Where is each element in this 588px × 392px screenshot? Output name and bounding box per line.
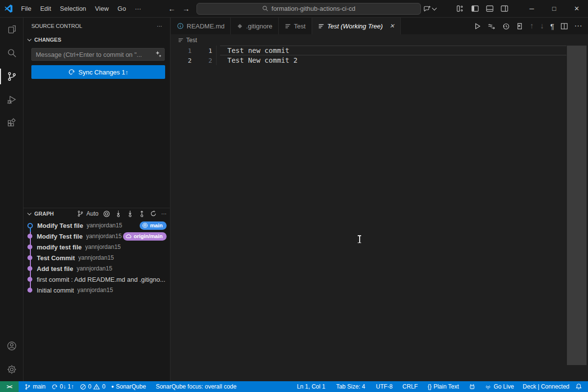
push-icon[interactable] xyxy=(138,210,146,218)
tab-readme[interactable]: README.md xyxy=(171,18,231,34)
changes-section-header[interactable]: CHANGES xyxy=(24,34,170,45)
current-line-highlight xyxy=(220,46,566,55)
diamond-icon xyxy=(237,23,243,29)
close-button[interactable]: ✕ xyxy=(565,0,588,18)
code-line[interactable]: 1 1 Test new commit xyxy=(171,46,588,55)
sync-changes-button[interactable]: Sync Changes 1↑ xyxy=(31,65,165,79)
breadcrumb[interactable]: Test xyxy=(171,35,588,46)
ibeam-mouse-cursor xyxy=(357,235,362,243)
graph-auto-label[interactable]: Auto xyxy=(86,210,98,217)
tab-test-working-tree[interactable]: Test (Working Tree) ✕ xyxy=(312,18,401,34)
changes-label: CHANGES xyxy=(34,37,61,43)
editor-scrollbar[interactable] xyxy=(567,46,587,365)
tab-test[interactable]: Test xyxy=(279,18,312,34)
go-live-item[interactable]: Go Live xyxy=(482,381,516,392)
minimize-button[interactable]: ─ xyxy=(520,0,543,18)
run-and-debug-icon[interactable] xyxy=(0,88,24,112)
code-area[interactable]: 1 1 Test new commit 2 2 Test New commit … xyxy=(171,46,588,65)
menu-file[interactable]: File xyxy=(17,2,36,15)
toggle-whitespace-icon[interactable]: ¶ xyxy=(550,22,554,30)
eol-item[interactable]: CRLF xyxy=(399,381,420,392)
cursor-position-item[interactable]: Ln 1, Col 1 xyxy=(294,381,328,392)
copilot-icon[interactable] xyxy=(422,2,437,15)
graph-more-actions-icon[interactable]: ··· xyxy=(161,211,167,217)
toggle-secondary-sidebar-icon[interactable] xyxy=(497,2,512,15)
extensions-icon[interactable] xyxy=(0,112,24,135)
title-bar: File Edit Selection View Go ··· ← → form… xyxy=(0,0,588,18)
commit-message: first commit : Add README.md and .gitign… xyxy=(37,276,165,283)
toggle-primary-sidebar-icon[interactable] xyxy=(467,2,482,15)
menu-edit[interactable]: Edit xyxy=(36,2,55,15)
accounts-icon[interactable] xyxy=(0,334,24,358)
error-count: 0 xyxy=(88,383,92,390)
run-file-icon[interactable] xyxy=(474,23,481,30)
split-editor-icon[interactable] xyxy=(561,23,568,30)
tab-label: .gitignore xyxy=(246,23,272,30)
commit-message: Modify Test file xyxy=(37,233,83,240)
refresh-icon[interactable] xyxy=(150,210,157,217)
pull-icon[interactable] xyxy=(126,210,134,218)
sync-changes-label: Sync Changes 1↑ xyxy=(78,69,128,76)
branch-badge-origin-main[interactable]: origin/main xyxy=(123,232,167,241)
settings-gear-icon[interactable] xyxy=(0,358,24,381)
generate-commit-message-sparkle-icon[interactable] xyxy=(155,50,162,58)
sonarqube-focus-item[interactable]: SonarQube focus: overall code xyxy=(153,381,240,392)
command-center-search[interactable]: formation-github-actions-ci-cd xyxy=(196,3,421,15)
deck-connected-item[interactable]: Deck | Connected xyxy=(520,381,572,392)
remote-indicator[interactable]: >< xyxy=(0,381,19,392)
commit-row[interactable]: Modify Test file yannjordan15 origin/mai… xyxy=(24,231,171,242)
branch-status-item[interactable]: main xyxy=(22,381,49,392)
fetch-icon[interactable] xyxy=(115,210,122,218)
graph-section-header[interactable]: GRAPH Auto xyxy=(24,208,171,219)
commit-row[interactable]: Test Commit yannjordan15 xyxy=(24,252,171,263)
commit-row[interactable]: first commit : Add README.md and .gitign… xyxy=(24,274,171,285)
commit-row[interactable]: modify test file yannjordan15 xyxy=(24,242,171,252)
commit-row[interactable]: Add test file yannjordan15 xyxy=(24,263,171,274)
maximize-button[interactable]: □ xyxy=(543,0,565,18)
editor-more-actions-icon[interactable]: ··· xyxy=(574,22,582,30)
commit-row[interactable]: Initial commit yannjordan15 xyxy=(24,285,171,295)
file-lines-icon xyxy=(178,37,184,43)
tab-gitignore[interactable]: .gitignore xyxy=(231,18,278,34)
tab-size-item[interactable]: Tab Size: 4 xyxy=(333,381,368,392)
sync-status-item[interactable]: 0↓ 1↑ xyxy=(49,381,77,392)
close-tab-icon[interactable]: ✕ xyxy=(390,23,394,29)
open-changes-icon[interactable] xyxy=(488,23,496,30)
sync-counts: 0↓ 1↑ xyxy=(60,383,74,390)
toggle-panel-icon[interactable] xyxy=(482,2,497,15)
menu-go[interactable]: Go xyxy=(113,2,130,15)
line-number-new: 1 xyxy=(192,47,212,54)
explorer-icon[interactable] xyxy=(0,18,24,41)
breadcrumb-item[interactable]: Test xyxy=(186,37,197,44)
target-icon[interactable] xyxy=(103,210,110,218)
bug-status-icon[interactable] xyxy=(466,381,479,392)
menu-more[interactable]: ··· xyxy=(130,2,146,15)
open-file-icon[interactable] xyxy=(516,23,523,30)
status-bar: >< main 0↓ 1↑ 0 xyxy=(0,381,588,392)
nav-back-icon[interactable]: ← xyxy=(168,4,175,13)
encoding-item[interactable]: UTF-8 xyxy=(373,381,395,392)
timeline-history-icon[interactable] xyxy=(502,23,510,30)
panel-more-actions-icon[interactable]: ··· xyxy=(157,23,162,29)
problems-status-item[interactable]: 0 0 xyxy=(77,381,108,392)
menu-selection[interactable]: Selection xyxy=(55,2,90,15)
notifications-bell-icon[interactable] xyxy=(572,381,585,392)
menu-view[interactable]: View xyxy=(91,2,113,15)
branch-picker-icon[interactable] xyxy=(77,210,84,217)
source-control-icon[interactable] xyxy=(0,65,24,88)
code-line[interactable]: 2 2 Test New commit 2 xyxy=(171,55,588,65)
search-text: formation-github-actions-ci-cd xyxy=(271,5,355,12)
commit-dot xyxy=(27,288,32,293)
sonarqube-status-item[interactable]: ● SonarQube xyxy=(108,381,149,392)
language-mode-item[interactable]: {} Plain Text xyxy=(425,381,462,392)
line-number-old: 2 xyxy=(171,57,192,64)
branch-badge-main[interactable]: main xyxy=(140,221,167,230)
search-sidebar-icon[interactable] xyxy=(0,41,24,65)
commit-row[interactable]: Modify Test file yannjordan15 main xyxy=(24,220,171,231)
nav-forward-icon[interactable]: → xyxy=(182,4,190,13)
tab-label: Test (Working Tree) xyxy=(327,23,383,30)
vscode-logo-icon xyxy=(0,4,17,13)
customize-layout-icon[interactable] xyxy=(453,2,467,15)
commit-message-input[interactable] xyxy=(31,48,165,61)
chevron-down-icon xyxy=(432,5,437,10)
